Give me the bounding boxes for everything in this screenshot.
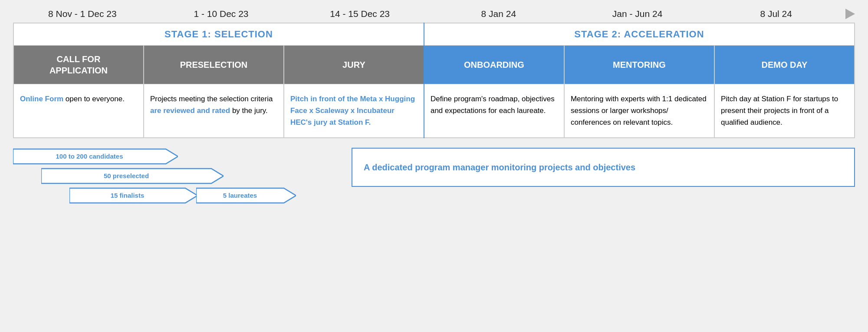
phase-demoday-header: DEMO DAY bbox=[714, 46, 855, 84]
phase-jury-title: JURY bbox=[289, 60, 418, 70]
arrow-row-0: 100 to 200 candidates bbox=[13, 148, 343, 165]
stage1-title: STAGE 1: SELECTION bbox=[164, 29, 273, 40]
phase-mentoring-header: MENTORING bbox=[564, 46, 714, 84]
stage2-header: STAGE 2: ACCELERATION bbox=[424, 23, 855, 46]
desc-row: Online Form open to everyone. Projects m… bbox=[13, 84, 855, 138]
date-3: 14 - 15 Dec 23 bbox=[290, 9, 429, 19]
stage2-title: STAGE 2: ACCELERATION bbox=[574, 29, 704, 40]
phase-preselection-title: PRESELECTION bbox=[149, 60, 278, 70]
svg-text:50 preselected: 50 preselected bbox=[104, 172, 149, 179]
phase-preselection-header: PRESELECTION bbox=[144, 46, 284, 84]
timeline-arrow bbox=[845, 9, 855, 19]
desc-call-link: Online Form bbox=[20, 95, 63, 103]
desc-preselection-text1: Projects meeting the selection criteria bbox=[150, 95, 273, 103]
desc-jury-text: Pitch in front of the Meta x Hugging Fac… bbox=[290, 95, 415, 126]
desc-preselection: Projects meeting the selection criteria … bbox=[144, 84, 284, 138]
date-6: 8 Jul 24 bbox=[707, 9, 845, 19]
svg-text:100 to 200 candidates: 100 to 200 candidates bbox=[56, 153, 123, 160]
desc-call-text: open to everyone. bbox=[63, 95, 125, 103]
phase-onboarding-title: ONBOARDING bbox=[430, 60, 559, 70]
arrow-row-1: 50 preselected bbox=[41, 167, 343, 185]
desc-demoday-text: Pitch day at Station F for startups to p… bbox=[721, 95, 838, 126]
svg-text:15 finalists: 15 finalists bbox=[111, 192, 145, 199]
arrow-svg-0: 100 to 200 candidates bbox=[13, 148, 178, 165]
phase-titles-row: CALL FORAPPLICATION PRESELECTION JURY ON… bbox=[13, 46, 855, 84]
desc-demoday: Pitch day at Station F for startups to p… bbox=[714, 84, 855, 138]
dedicated-box-rebuilt: A dedicated program manager monitoring p… bbox=[352, 148, 855, 187]
svg-text:5 laureates: 5 laureates bbox=[223, 192, 257, 199]
date-4: 8 Jan 24 bbox=[429, 9, 568, 19]
arrows-container: 100 to 200 candidates50 preselected15 fi… bbox=[13, 148, 343, 204]
arrow-svg-2: 15 finalists bbox=[69, 187, 197, 204]
timeline-row: 8 Nov - 1 Dec 23 1 - 10 Dec 23 14 - 15 D… bbox=[13, 9, 855, 19]
desc-mentoring-text: Mentoring with experts with 1:1 dedicate… bbox=[571, 95, 707, 126]
arrow-svg-1: 50 preselected bbox=[41, 167, 224, 185]
desc-jury: Pitch in front of the Meta x Hugging Fac… bbox=[284, 84, 424, 138]
phase-call-header: CALL FORAPPLICATION bbox=[13, 46, 144, 84]
phase-call-title: CALL FORAPPLICATION bbox=[19, 53, 138, 76]
desc-onboarding: Define program's roadmap, objectives and… bbox=[424, 84, 564, 138]
phase-onboarding-header: ONBOARDING bbox=[424, 46, 564, 84]
arrow-svg-2-pair: 5 laureates bbox=[196, 187, 296, 204]
desc-preselection-link: are reviewed and rated bbox=[150, 106, 230, 115]
desc-onboarding-text: Define program's roadmap, objectives and… bbox=[431, 95, 555, 115]
date-2: 1 - 10 Dec 23 bbox=[152, 9, 291, 19]
stage-headers-row: STAGE 1: SELECTION STAGE 2: ACCELERATION bbox=[13, 23, 855, 46]
dedicated-text-rebuilt: A dedicated program manager monitoring p… bbox=[364, 161, 635, 173]
date-1: 8 Nov - 1 Dec 23 bbox=[13, 9, 152, 19]
phase-jury-header: JURY bbox=[284, 46, 424, 84]
desc-preselection-text2: by the jury. bbox=[230, 106, 268, 115]
desc-call: Online Form open to everyone. bbox=[13, 84, 144, 138]
stage1-header: STAGE 1: SELECTION bbox=[13, 23, 424, 46]
bottom-section-rebuilt: 100 to 200 candidates50 preselected15 fi… bbox=[13, 148, 855, 204]
phase-demoday-title: DEMO DAY bbox=[720, 60, 849, 70]
desc-mentoring: Mentoring with experts with 1:1 dedicate… bbox=[564, 84, 714, 138]
phase-mentoring-title: MENTORING bbox=[570, 60, 709, 70]
date-5: Jan - Jun 24 bbox=[568, 9, 707, 19]
process-table: STAGE 1: SELECTION STAGE 2: ACCELERATION… bbox=[13, 23, 855, 138]
arrow-row-2: 15 finalists5 laureates bbox=[69, 187, 343, 204]
